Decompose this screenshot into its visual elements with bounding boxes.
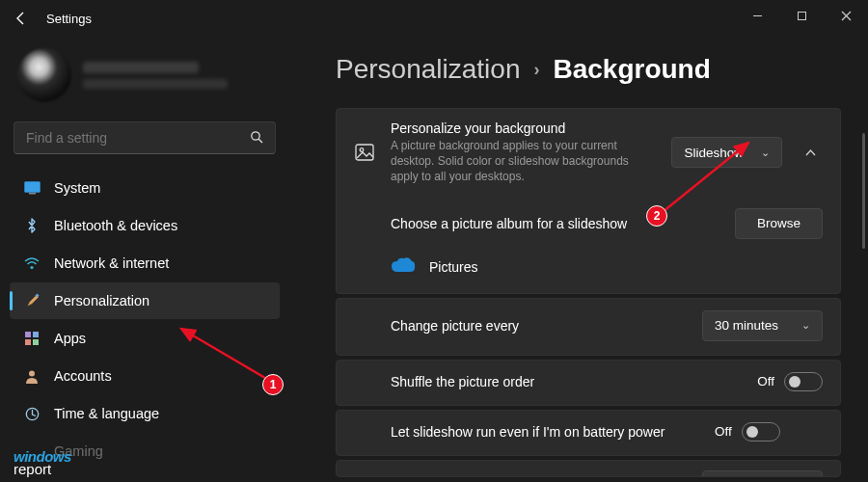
album-label: Choose a picture album for a slideshow	[391, 216, 719, 231]
breadcrumb-parent[interactable]: Personalization	[336, 54, 520, 85]
svg-rect-8	[25, 332, 31, 337]
shuffle-row: Shuffle the picture order Off	[336, 360, 841, 406]
dropdown-value: 30 minutes	[715, 318, 778, 333]
sidebar-item-apps[interactable]: Apps	[10, 320, 280, 357]
svg-rect-11	[33, 339, 39, 345]
svg-rect-14	[356, 145, 373, 160]
interval-dropdown[interactable]: 30 minutes ⌄	[702, 310, 823, 341]
breadcrumb: Personalization › Background	[336, 54, 841, 85]
svg-point-12	[29, 370, 35, 376]
minimize-button[interactable]	[735, 0, 779, 31]
svg-line-3	[258, 139, 262, 143]
sidebar-item-label: Bluetooth & devices	[54, 218, 177, 233]
chevron-down-icon: ⌄	[801, 319, 810, 332]
fit-row: Choose a fit for your desktop image Fill…	[336, 460, 841, 477]
avatar	[17, 48, 71, 102]
breadcrumb-current: Background	[553, 54, 710, 85]
shuffle-label: Shuffle the picture order	[391, 374, 742, 389]
sidebar-item-label: Network & internet	[54, 255, 169, 271]
battery-row: Let slideshow run even if I'm on battery…	[336, 410, 841, 456]
row-title: Personalize your background	[391, 120, 656, 136]
svg-rect-5	[29, 193, 36, 195]
battery-toggle[interactable]	[742, 422, 780, 442]
album-folder-name[interactable]: Pictures	[429, 259, 478, 275]
sidebar-item-label: Apps	[54, 331, 86, 346]
search-input-wrapper[interactable]	[14, 121, 276, 154]
sidebar-item-bluetooth[interactable]: Bluetooth & devices	[10, 207, 280, 244]
dropdown-value: Slideshow	[684, 146, 744, 160]
sidebar-item-accounts[interactable]: Accounts	[10, 358, 280, 394]
bluetooth-icon	[23, 217, 41, 234]
battery-label: Let slideshow run even if I'm on battery…	[391, 424, 699, 440]
scrollbar[interactable]	[862, 133, 865, 249]
onedrive-icon	[391, 256, 416, 278]
svg-rect-9	[33, 332, 39, 337]
sidebar-item-personalization[interactable]: Personalization	[10, 282, 280, 319]
toggle-state: Off	[757, 374, 774, 388]
sidebar-item-time-language[interactable]: Time & language	[10, 395, 280, 432]
row-description: A picture background applies to your cur…	[391, 138, 656, 185]
svg-rect-10	[25, 339, 31, 345]
sidebar-item-label: Time & language	[54, 406, 159, 421]
collapse-button[interactable]	[798, 147, 823, 159]
wifi-icon	[23, 254, 41, 272]
user-profile[interactable]	[10, 44, 280, 116]
interval-row: Change picture every 30 minutes ⌄	[336, 298, 841, 356]
sidebar-item-network[interactable]: Network & internet	[10, 245, 280, 281]
user-email-redacted	[83, 79, 228, 89]
user-name-redacted	[83, 62, 199, 73]
background-settings-card: Personalize your background A picture ba…	[336, 108, 841, 294]
sidebar-item-system[interactable]: System	[10, 170, 280, 206]
chevron-right-icon: ›	[533, 60, 539, 80]
search-icon	[250, 130, 263, 147]
close-button[interactable]	[824, 0, 868, 31]
picture-icon	[354, 144, 375, 161]
svg-point-15	[360, 148, 364, 152]
background-mode-dropdown[interactable]: Slideshow ⌄	[671, 137, 782, 168]
shuffle-toggle[interactable]	[784, 372, 823, 391]
person-icon	[23, 367, 41, 385]
display-icon	[23, 179, 41, 197]
interval-label: Change picture every	[391, 318, 687, 334]
maximize-button[interactable]	[779, 0, 824, 31]
toggle-state: Off	[715, 424, 732, 439]
sidebar-item-label: Personalization	[54, 293, 149, 308]
svg-rect-4	[24, 182, 40, 193]
search-input[interactable]	[26, 130, 250, 146]
back-button[interactable]	[8, 5, 35, 32]
browse-button[interactable]: Browse	[735, 208, 823, 239]
clock-globe-icon	[23, 405, 41, 422]
svg-rect-1	[798, 12, 805, 19]
sidebar-item-label: Accounts	[54, 368, 112, 384]
chevron-down-icon: ⌄	[761, 147, 770, 159]
svg-point-6	[30, 265, 33, 268]
sidebar-item-label: System	[54, 180, 100, 196]
svg-point-2	[252, 131, 259, 139]
apps-icon	[23, 330, 41, 347]
watermark: windows report	[14, 449, 71, 476]
paintbrush-icon	[23, 292, 41, 309]
fit-dropdown[interactable]: Fill ⌄	[702, 470, 823, 477]
window-title: Settings	[46, 12, 92, 26]
